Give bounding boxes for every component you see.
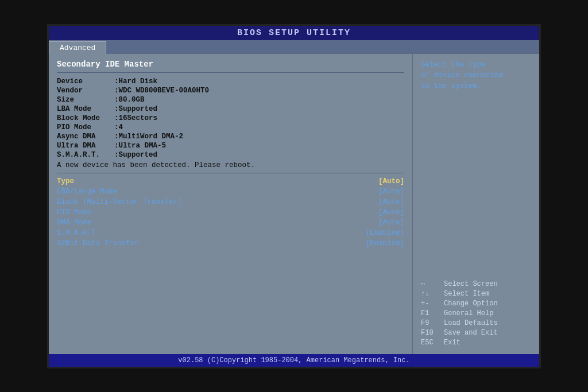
device-info-value: :Hard Disk (114, 77, 157, 86)
config-label: 32Bit Data Transfer (57, 239, 139, 247)
device-info-value: :4 (114, 123, 123, 131)
device-info-row: Size:80.0GB (57, 96, 404, 104)
key-binding-row: +-Change Option (421, 300, 531, 308)
config-value: [Auto] (378, 219, 404, 227)
key-symbol: ESC (421, 339, 444, 347)
device-info-row: Async DMA:MultiWord DMA-2 (57, 133, 404, 141)
device-info-value: :WDC WD800BEVE-00A0HT0 (114, 87, 209, 95)
tab-bar: Advanced (49, 40, 539, 54)
device-info-row: S.M.A.R.T.:Supported (57, 151, 404, 159)
key-description: General Help (444, 309, 493, 317)
config-label: LBA/Large Mode (57, 188, 117, 196)
device-info-label: Vendor (57, 87, 114, 95)
device-info-label: Device (57, 77, 114, 86)
right-panel: Select the type of device connected to t… (413, 54, 539, 354)
device-info-row: Ultra DMA:Ultra DMA-5 (57, 142, 404, 150)
bios-title: BIOS SETUP UTILITY (237, 28, 351, 38)
device-info-value: :Ultra DMA-5 (114, 142, 166, 150)
device-info-row: LBA Mode:Supported (57, 105, 404, 113)
device-info-value: :Supported (114, 151, 157, 159)
key-binding-row: ↔Select Screen (421, 280, 531, 288)
key-symbol: F10 (421, 329, 444, 337)
key-description: Exit (444, 339, 461, 347)
config-list: Type[Auto]LBA/Large Mode[Auto]Block (Mul… (57, 177, 404, 248)
config-label: Block (Multi-Sector Transfer) (57, 198, 182, 206)
config-value: [Auto] (378, 188, 404, 196)
key-symbol: F1 (421, 309, 444, 317)
key-symbol: ↔ (421, 280, 444, 288)
device-info-value: :80.0GB (114, 96, 145, 104)
key-description: Load Defaults (444, 319, 498, 327)
key-binding-row: ↑↓Select Item (421, 290, 531, 298)
help-text: Select the type of device connected to t… (421, 60, 531, 92)
bios-screen: BIOS SETUP UTILITY Advanced Secondary ID… (47, 24, 541, 368)
device-info-value: :Supported (114, 105, 157, 113)
config-row[interactable]: 32Bit Data Transfer[Enabled] (57, 239, 404, 248)
config-label: S.M.A.R.T. (57, 229, 100, 237)
key-description: Change Option (444, 300, 498, 308)
device-info-label: Ultra DMA (57, 142, 114, 150)
device-info-row: PIO Mode:4 (57, 123, 404, 131)
config-value: [Auto] (378, 208, 404, 216)
device-info-row: Device:Hard Disk (57, 77, 404, 86)
key-description: Save and Exit (444, 329, 498, 337)
key-symbol: F9 (421, 319, 444, 327)
config-row[interactable]: PIO Mode[Auto] (57, 208, 404, 217)
section-divider (57, 72, 404, 73)
key-symbol: +- (421, 300, 444, 308)
key-symbol: ↑↓ (421, 290, 444, 298)
config-divider (57, 173, 404, 173)
key-description: Select Item (444, 290, 489, 298)
config-row[interactable]: DMA Mode[Auto] (57, 218, 404, 227)
key-help: ↔Select Screen↑↓Select Item+-Change Opti… (421, 280, 531, 348)
device-info-label: S.M.A.R.T. (57, 151, 114, 159)
config-row[interactable]: LBA/Large Mode[Auto] (57, 187, 404, 196)
config-label: PIO Mode (57, 208, 91, 216)
left-panel: Secondary IDE Master Device:Hard DiskVen… (49, 54, 413, 354)
config-value: [Enabled] (365, 229, 404, 237)
device-info-label: Size (57, 96, 114, 104)
device-info-value: :MultiWord DMA-2 (114, 133, 183, 141)
key-binding-row: ESCExit (421, 339, 531, 347)
tab-advanced[interactable]: Advanced (49, 41, 106, 54)
device-info-label: Block Mode (57, 114, 114, 122)
config-value: [Enabled] (365, 239, 404, 247)
device-info-label: LBA Mode (57, 105, 114, 113)
title-bar: BIOS SETUP UTILITY (49, 26, 539, 40)
device-info-label: PIO Mode (57, 123, 114, 131)
config-row[interactable]: S.M.A.R.T.[Enabled] (57, 228, 404, 238)
key-binding-row: F1General Help (421, 309, 531, 317)
config-row[interactable]: Block (Multi-Sector Transfer)[Auto] (57, 197, 404, 207)
notice-text: A new device has been detected. Please r… (57, 161, 404, 169)
key-binding-row: F9Load Defaults (421, 319, 531, 327)
main-area: Secondary IDE Master Device:Hard DiskVen… (49, 54, 539, 354)
config-label: DMA Mode (57, 219, 91, 227)
config-value: [Auto] (378, 198, 404, 206)
config-row: Type[Auto] (57, 177, 404, 186)
device-info: Device:Hard DiskVendor:WDC WD800BEVE-00A… (57, 77, 404, 159)
device-info-row: Block Mode:16Sectors (57, 114, 404, 122)
config-value: [Auto] (378, 177, 404, 185)
footer-bar: v02.58 (C)Copyright 1985-2004, American … (49, 354, 539, 367)
device-info-value: :16Sectors (114, 114, 157, 122)
key-binding-row: F10Save and Exit (421, 329, 531, 337)
key-description: Select Screen (444, 280, 498, 288)
config-label: Type (57, 177, 74, 185)
device-info-row: Vendor:WDC WD800BEVE-00A0HT0 (57, 87, 404, 95)
footer-text: v02.58 (C)Copyright 1985-2004, American … (178, 356, 409, 364)
section-title: Secondary IDE Master (57, 60, 404, 69)
device-info-label: Async DMA (57, 133, 114, 141)
